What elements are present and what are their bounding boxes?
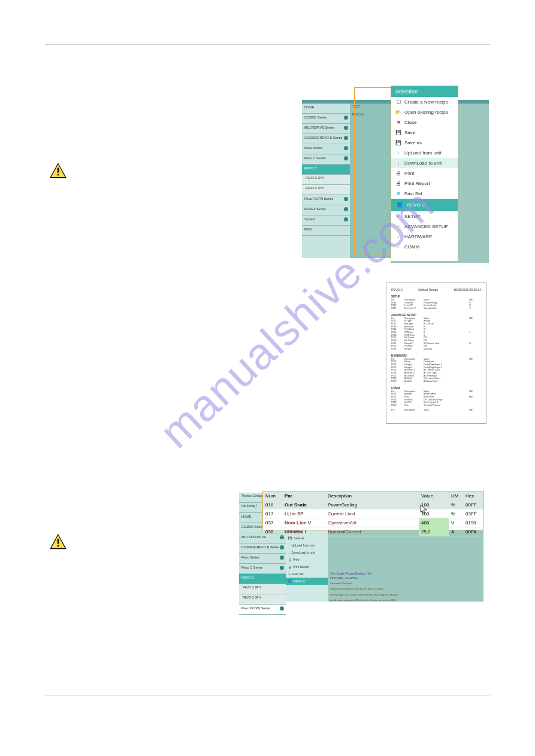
expand-dot-icon <box>280 545 284 549</box>
expand-dot-icon <box>344 146 348 150</box>
upload-icon: ↑ <box>395 150 401 156</box>
sidebar-subitem[interactable]: REVO C 3PH <box>239 594 286 605</box>
fastset-icon: ⊕ <box>395 191 401 197</box>
menu-item-setup[interactable]: ✓SETUP <box>391 211 458 221</box>
sidebar-subitem[interactable]: REVO C 2PH <box>302 175 350 185</box>
menu-item-advanced-setup[interactable]: ✓ADVANCED SETUP <box>391 221 458 232</box>
selection-menu-title: Selection <box>391 86 458 97</box>
svg-rect-1 <box>58 174 59 175</box>
table-row[interactable]: 038 Nominal I NominalCurrent 25,0 A 00FA <box>263 527 483 536</box>
report-section: HARDWARE <box>391 354 481 357</box>
open-folder-icon: 📂 <box>395 110 401 116</box>
sidebar-item[interactable]: Revo Series <box>239 554 286 564</box>
svg-rect-2 <box>58 539 59 544</box>
col-par: Par <box>282 491 325 500</box>
sidebar-item[interactable]: System <box>302 215 350 226</box>
cursor-icon <box>420 505 430 517</box>
save-icon: 💾 <box>395 130 401 136</box>
check-icon: ✓ <box>395 244 401 250</box>
menu-item-fast-set[interactable]: ⊕Fast Set <box>391 189 458 199</box>
expand-dot-icon <box>344 156 348 160</box>
detail-title: Out Scale PowerScaling (%) <box>328 569 483 575</box>
save-as-icon: 💾 <box>395 140 401 146</box>
menu-item-print[interactable]: 🖨Print <box>286 556 328 563</box>
print-report-icon: 🖨 <box>395 181 401 187</box>
app-middle-panel: TEST REVO C <box>350 104 391 258</box>
page-bottom-rule <box>45 696 490 696</box>
print-report-preview: REVO C Default Recipe 16/03/2018 09:30:1… <box>386 283 486 424</box>
col-desc: Description <box>325 491 419 500</box>
selection-menu-popout: Selection ☐Create a New recipe 📂Open exi… <box>391 86 458 262</box>
close-icon: ✖ <box>395 120 401 126</box>
menu-item-upload[interactable]: ↑UpLoad from unit <box>391 148 458 158</box>
detail-text: Set the percentage to scale the set poin… <box>328 586 483 591</box>
expand-dot-icon <box>280 555 284 560</box>
svg-rect-0 <box>58 168 59 172</box>
sidebar-subitem[interactable]: REVO C 3PH <box>302 185 350 195</box>
expand-dot-icon <box>344 126 348 130</box>
caution-icon <box>50 534 67 549</box>
check-icon: ✓ <box>395 224 401 230</box>
menu-item-download[interactable]: ↓DownLoad to unit <box>286 549 328 556</box>
expand-dot-icon <box>344 207 348 211</box>
report-section: ADVANCED SETUP <box>391 314 481 317</box>
detail-text: For example, if it is 50 the setting is … <box>328 592 483 597</box>
table-row[interactable]: 037 Nom Line V OperativeVolt 400 V 0190 <box>263 518 483 527</box>
sidebar-item[interactable]: MULTIDRIVE Series <box>302 124 350 134</box>
col-hex: Hex <box>463 491 483 500</box>
new-icon: ☐ <box>395 99 401 105</box>
print-icon: 🖨 <box>395 171 401 177</box>
menu-item-open-recipe[interactable]: 📂Open existing recipe <box>391 107 458 117</box>
menu-item-upload[interactable]: ↑UpLoad from unit <box>286 542 328 549</box>
sidebar-item[interactable]: HOME <box>302 104 350 114</box>
sidebar-item[interactable]: MSG <box>302 226 350 236</box>
svg-rect-3 <box>58 545 59 546</box>
table-header-row: Num Par Description Value UM Hex <box>263 491 483 500</box>
sidebar-item[interactable]: Revo PC/PN Series <box>239 605 286 615</box>
caution-icon <box>50 163 67 178</box>
sidebar-item[interactable]: Revo PC/PN Series <box>302 195 350 205</box>
sidebar-item-active[interactable]: REVO C <box>302 165 350 175</box>
menu-item-revo-c-footer[interactable]: 📘REVO C <box>286 578 328 585</box>
expand-dot-icon <box>280 566 284 570</box>
menu-item-save-as[interactable]: 💾Save as <box>391 138 458 148</box>
menu-item-fast-set[interactable]: ⊕Fast Set <box>286 570 328 578</box>
table-row[interactable]: 016 Out Scale PowerScaling 100 % 00FF <box>263 500 483 509</box>
expand-dot-icon <box>344 116 348 120</box>
sidebar-item[interactable]: CD3000E/REVO E-Series <box>302 134 350 144</box>
report-section: SETUP <box>391 295 481 298</box>
menu-item-close[interactable]: ✖Close <box>391 117 458 127</box>
sidebar-item[interactable]: CD3000 Series <box>302 114 350 124</box>
menu-item-save[interactable]: 💾Save <box>391 127 458 138</box>
sidebar-item[interactable]: CD3000E/REVO E Series <box>239 544 286 554</box>
menu-item-hardware[interactable]: ✓HARDWARE <box>391 232 458 242</box>
app-sidebar: HOME CD3000 Series MULTIDRIVE Series CD3… <box>302 104 350 258</box>
sidebar-item[interactable]: Revo C Series <box>239 564 286 574</box>
page-top-rule <box>45 44 490 45</box>
download-icon: ↓ <box>395 160 401 166</box>
expand-dot-icon <box>344 197 348 201</box>
report-section: COMM <box>391 387 481 390</box>
report-header: REVO C Default Recipe 16/03/2018 09:30:1… <box>391 288 481 292</box>
menu-item-create-recipe[interactable]: ☐Create a New recipe <box>391 97 458 107</box>
menu-item-print-report[interactable]: 🖨Print Report <box>391 178 458 189</box>
fast-set-table-zoom: Num Par Description Value UM Hex 016 Out… <box>262 491 484 530</box>
device-icon: 📘 <box>395 201 404 210</box>
sidebar-item-active[interactable]: REVO C <box>239 574 286 584</box>
col-num: Num <box>263 491 282 500</box>
screenshot-configurator-1: HOME CD3000 Series MULTIDRIVE Series CD3… <box>302 86 489 263</box>
detail-text: Parameter Out Scale <box>328 581 483 586</box>
sidebar-subitem[interactable]: REVO C 2PH <box>239 584 286 594</box>
menu-item-download[interactable]: ↓DownLoad to unit <box>391 158 458 168</box>
expand-dot-icon <box>280 606 284 611</box>
menu-item-comm[interactable]: ✓COMM <box>391 242 458 252</box>
menu-item-print[interactable]: 🖨Print <box>391 168 458 178</box>
menu-item-print-report[interactable]: 🖨Print Report <box>286 563 328 570</box>
col-um: UM <box>449 491 463 500</box>
expand-dot-icon <box>344 136 348 140</box>
menu-item-revo-c[interactable]: 📘REVO C <box>391 199 458 211</box>
table-row[interactable]: 017 I Lim SP Current Limit 100 % 03FF <box>263 509 483 518</box>
sidebar-item[interactable]: Revo C Series <box>302 154 350 165</box>
sidebar-item[interactable]: Revo Series <box>302 144 350 154</box>
sidebar-item[interactable]: REVEX Series <box>302 205 350 215</box>
